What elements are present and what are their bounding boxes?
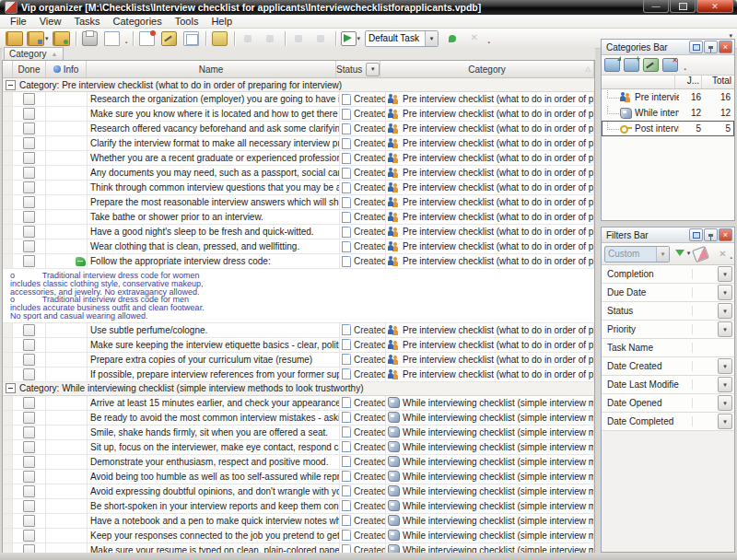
filter-value[interactable] <box>693 284 718 301</box>
done-checkbox[interactable] <box>23 152 35 164</box>
done-checkbox[interactable] <box>23 515 35 527</box>
done-checkbox[interactable] <box>23 485 35 497</box>
done-checkbox[interactable] <box>23 441 35 453</box>
table-row[interactable]: Take bathe or shower prior to an intervi… <box>3 210 594 225</box>
table-row[interactable]: Follow the appropriate interview dress c… <box>3 254 594 269</box>
category-group-row[interactable]: Category: While interviewing checklist (… <box>3 382 594 396</box>
table-row[interactable]: Make sure you know where it is located a… <box>3 107 594 122</box>
table-row[interactable]: Make sure keeping the interview etiquett… <box>3 338 594 353</box>
table-row[interactable]: Avoid expressing doubtful opinions, and … <box>3 484 594 499</box>
delete-category-icon[interactable] <box>662 58 678 72</box>
print-preview-button[interactable] <box>101 29 123 48</box>
filter-dropdown-button[interactable]: ▾ <box>718 395 732 411</box>
header-name[interactable]: Name <box>87 61 336 77</box>
header-info[interactable]: Info <box>46 61 87 77</box>
table-row[interactable]: Whether you are a recent graduate or exp… <box>3 151 594 166</box>
group-by-category-chip[interactable]: Category ▲ <box>4 47 64 60</box>
filter-row[interactable]: Status▾ <box>602 302 734 321</box>
duplicate-task-button[interactable] <box>181 29 203 48</box>
assign-button[interactable] <box>441 29 463 48</box>
table-row[interactable]: Prepare extra copies of your curriculum … <box>3 353 594 368</box>
done-checkbox[interactable] <box>23 426 35 438</box>
table-row[interactable]: Avoid being too humble as well as too se… <box>3 470 594 484</box>
print-button[interactable] <box>79 29 101 48</box>
go-button[interactable]: ▾ <box>339 29 363 48</box>
done-checkbox[interactable] <box>23 397 35 409</box>
done-checkbox[interactable] <box>23 226 35 238</box>
filter-row[interactable]: Priority▾ <box>602 321 734 339</box>
done-checkbox[interactable] <box>23 181 35 193</box>
table-row[interactable]: Have a good night's sleep to be fresh an… <box>3 225 594 239</box>
filter-value[interactable] <box>693 376 718 393</box>
menu-item-categories[interactable]: Categories <box>107 16 169 27</box>
status-filter-button[interactable]: ▾ <box>366 63 380 76</box>
filter-dropdown-button[interactable]: ▾ <box>718 377 732 392</box>
done-checkbox[interactable] <box>23 339 35 351</box>
done-checkbox[interactable] <box>23 354 35 366</box>
menu-item-file[interactable]: File <box>4 16 33 27</box>
category-group-row[interactable]: Category: Pre interview checklist (what … <box>3 78 594 92</box>
filter-row[interactable]: Date Opened▾ <box>602 394 734 413</box>
done-checkbox[interactable] <box>23 108 35 120</box>
filter-edit-icon[interactable] <box>674 248 686 260</box>
done-checkbox[interactable] <box>23 500 35 512</box>
done-checkbox[interactable] <box>23 368 35 380</box>
collapse-group-icon[interactable] <box>6 80 16 90</box>
table-row[interactable]: Think through common interview questions… <box>3 181 594 195</box>
done-checkbox[interactable] <box>23 167 35 179</box>
done-checkbox[interactable] <box>23 255 35 267</box>
panel-close-button[interactable]: × <box>719 228 732 241</box>
table-row[interactable]: Prepare the most reasonable interview an… <box>3 195 594 210</box>
add-category-icon[interactable] <box>604 58 620 72</box>
combo-dropdown-icon[interactable]: ▾ <box>425 31 438 46</box>
header-status[interactable]: Status▾ <box>336 61 380 77</box>
minimize-button[interactable]: — <box>643 0 669 13</box>
toolbar-overflow-dot[interactable]: ▪ <box>728 246 734 262</box>
done-checkbox[interactable] <box>23 240 35 252</box>
done-checkbox[interactable] <box>23 137 35 149</box>
toolbar-overflow-dot[interactable]: ▪ <box>123 30 130 47</box>
maximize-button[interactable] <box>670 0 696 13</box>
table-row[interactable]: Be short-spoken in your interview report… <box>3 499 594 514</box>
toolbar-overflow-dot[interactable]: ▪ <box>485 30 492 47</box>
filter-dropdown-button[interactable]: ▾ <box>718 266 732 282</box>
toolbar-overflow-dot[interactable]: ▪ <box>682 57 688 74</box>
backup-button[interactable] <box>51 29 73 48</box>
done-checkbox[interactable] <box>23 93 35 105</box>
panel-pin-button[interactable] <box>704 228 718 241</box>
filter-row[interactable]: Completion▾ <box>602 265 734 284</box>
table-row[interactable]: If possible, prepare interview reference… <box>3 368 594 382</box>
filter-value[interactable] <box>693 357 718 375</box>
done-checkbox[interactable] <box>23 530 35 542</box>
filter-dropdown-button[interactable]: ▾ <box>718 321 732 337</box>
edit-task-button[interactable] <box>158 29 181 48</box>
filter-preset-combo[interactable]: Custom ▾ <box>604 246 670 262</box>
table-row[interactable]: Smile, shake hands firmly, sit when you … <box>3 426 594 440</box>
table-row[interactable]: Be ready to avoid the most common interv… <box>3 411 594 426</box>
default-task-combo[interactable]: Default Task▾ <box>365 30 439 47</box>
table-row[interactable]: Demonstrate your enthusiasm, respect and… <box>3 455 594 470</box>
clear-filter-icon[interactable]: ✕ <box>718 249 729 260</box>
done-checkbox[interactable] <box>23 211 35 223</box>
open-notebook-button[interactable]: ▾ <box>25 29 51 48</box>
table-row[interactable]: Keep your responses connected to the job… <box>3 529 594 543</box>
menu-item-help[interactable]: Help <box>205 16 239 27</box>
filter-value[interactable] <box>693 321 718 338</box>
collapse-group-icon[interactable] <box>6 383 16 393</box>
table-row[interactable]: Wear clothing that is clean, pressed, an… <box>3 239 594 254</box>
table-row[interactable]: Arrive at least 15 minutes earlier, and … <box>3 396 594 411</box>
new-task-button[interactable] <box>136 29 158 48</box>
add-subcategory-icon[interactable] <box>624 58 639 72</box>
filter-value[interactable] <box>693 339 734 356</box>
header-done[interactable]: Done <box>13 61 46 77</box>
filter-value[interactable] <box>693 265 718 283</box>
filter-dropdown-button[interactable]: ▾ <box>718 414 732 429</box>
filter-row[interactable]: Date Last Modifie▾ <box>602 376 734 394</box>
filter-row[interactable]: Due Date▾ <box>602 284 734 302</box>
done-checkbox[interactable] <box>23 471 35 483</box>
header-category[interactable]: Category△ <box>380 61 594 77</box>
done-checkbox[interactable] <box>23 324 35 336</box>
panel-pin-button[interactable] <box>704 41 718 53</box>
done-checkbox[interactable] <box>23 412 35 424</box>
panel-close-button[interactable]: × <box>719 41 732 53</box>
